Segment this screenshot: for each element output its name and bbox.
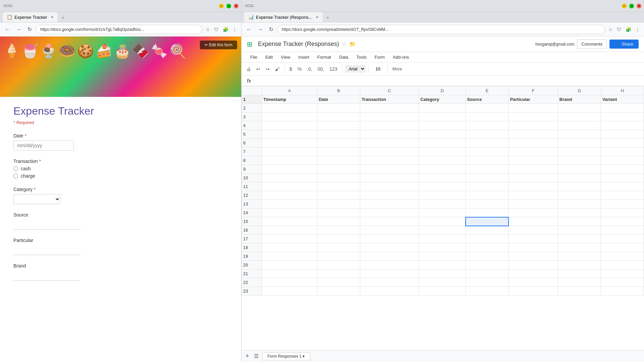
share-button[interactable]: 👤 Share [609,40,639,49]
decimal-decrease-button[interactable]: .0, [305,65,314,73]
cell-a17[interactable] [262,235,317,243]
back-button-left[interactable]: ← [3,25,12,34]
print-button[interactable]: 🖨 [244,65,253,73]
format-123-button[interactable]: 123 [327,65,339,73]
close-button-left[interactable]: ✕ [234,4,238,8]
redo-button[interactable]: ↪ [264,65,272,73]
cell-b14[interactable] [317,208,360,217]
menu-form[interactable]: Form [371,53,388,61]
cell-e9[interactable] [466,165,508,174]
cell-f15[interactable] [508,217,558,226]
cell-e23[interactable] [466,287,508,296]
cell-a11[interactable] [262,182,317,191]
cell-f3[interactable] [508,113,558,121]
cell-h15[interactable] [601,217,644,226]
cell-c10[interactable] [360,174,419,182]
extension-icon-right[interactable]: 🧩 [624,25,633,34]
cell-f20[interactable] [508,261,558,269]
menu-addons[interactable]: Add-ons [389,53,412,61]
cell-c3[interactable] [360,113,419,121]
edit-form-button[interactable]: ✏ Edit this form [200,41,237,49]
cell-c6[interactable] [360,139,419,147]
bookmark-icon-left[interactable]: ☆ [204,25,211,34]
col-header-e[interactable]: E [466,86,508,95]
cell-h4[interactable] [601,121,644,130]
cell-d1[interactable]: Category [419,95,466,104]
cell-d11[interactable] [419,182,466,191]
cell-b11[interactable] [317,182,360,191]
cell-e4[interactable] [466,121,508,130]
cell-d3[interactable] [419,113,466,121]
cell-b9[interactable] [317,165,360,174]
cell-e2[interactable] [466,104,508,113]
cell-b16[interactable] [317,226,360,235]
cell-g19[interactable] [558,252,601,261]
cell-d5[interactable] [419,130,466,139]
sheet-menu-button[interactable]: ☰ [252,353,261,359]
cell-e1[interactable]: Source [466,95,508,104]
cell-h18[interactable] [601,243,644,252]
cell-d14[interactable] [419,208,466,217]
cell-h13[interactable] [601,200,644,208]
star-icon[interactable]: ☆ [342,41,346,47]
address-bar-left[interactable] [36,25,202,34]
cell-f13[interactable] [508,200,558,208]
cell-d17[interactable] [419,235,466,243]
cell-g1[interactable]: Brand [558,95,601,104]
cell-f1[interactable]: Particular [508,95,558,104]
cell-f7[interactable] [508,147,558,156]
currency-button[interactable]: $ [287,65,294,73]
font-size-input[interactable] [371,65,385,72]
refresh-button-right[interactable]: ↻ [267,25,275,34]
cell-g16[interactable] [558,226,601,235]
brand-input[interactable] [13,270,80,281]
cell-h11[interactable] [601,182,644,191]
cell-e3[interactable] [466,113,508,121]
cell-h7[interactable] [601,147,644,156]
cell-h12[interactable] [601,191,644,200]
cell-a5[interactable] [262,130,317,139]
cell-f6[interactable] [508,139,558,147]
cell-g8[interactable] [558,156,601,165]
cell-e16[interactable] [466,226,508,235]
cell-a23[interactable] [262,287,317,296]
paint-format-button[interactable]: 🖌 [273,65,282,73]
cell-a16[interactable] [262,226,317,235]
cell-c13[interactable] [360,200,419,208]
cell-a3[interactable] [262,113,317,121]
cell-b2[interactable] [317,104,360,113]
cell-c23[interactable] [360,287,419,296]
col-header-g[interactable]: G [558,86,601,95]
cell-b17[interactable] [317,235,360,243]
cell-a9[interactable] [262,165,317,174]
cell-b3[interactable] [317,113,360,121]
cell-g15[interactable] [558,217,601,226]
cell-f9[interactable] [508,165,558,174]
cell-c16[interactable] [360,226,419,235]
cell-a10[interactable] [262,174,317,182]
cell-a4[interactable] [262,121,317,130]
undo-button[interactable]: ↩ [254,65,262,73]
address-bar-right[interactable] [277,25,605,34]
cell-b5[interactable] [317,130,360,139]
cell-f14[interactable] [508,208,558,217]
cell-f11[interactable] [508,182,558,191]
cell-c5[interactable] [360,130,419,139]
col-header-b[interactable]: B [317,86,360,95]
cell-f23[interactable] [508,287,558,296]
cell-a12[interactable] [262,191,317,200]
cell-h21[interactable] [601,269,644,278]
col-header-a[interactable]: A [262,86,317,95]
cell-d4[interactable] [419,121,466,130]
cell-e10[interactable] [466,174,508,182]
cell-h9[interactable] [601,165,644,174]
category-select[interactable] [13,194,60,204]
cell-c18[interactable] [360,243,419,252]
refresh-button-left[interactable]: ↻ [25,25,34,34]
cell-a2[interactable] [262,104,317,113]
percent-button[interactable]: % [296,65,304,73]
cell-b12[interactable] [317,191,360,200]
cell-d10[interactable] [419,174,466,182]
cell-g10[interactable] [558,174,601,182]
cell-f21[interactable] [508,269,558,278]
